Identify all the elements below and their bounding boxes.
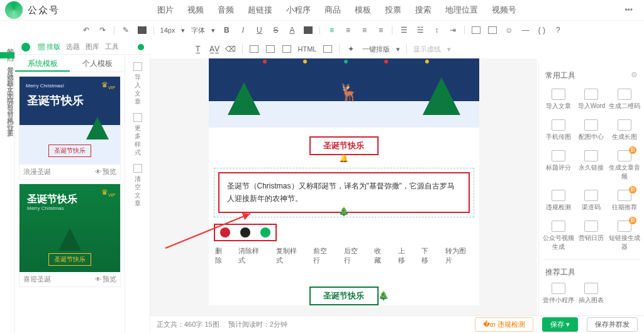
- tool-公众号视频生成[interactable]: 公众号视频生成: [543, 218, 574, 254]
- heading-icon[interactable]: T̲: [193, 44, 203, 54]
- box1-icon[interactable]: [250, 45, 258, 53]
- tool-渠道码[interactable]: 渠道码: [575, 187, 607, 214]
- tool-生成文章音频[interactable]: 生成文章音频新: [609, 148, 640, 183]
- color-red[interactable]: [220, 227, 230, 237]
- tool-营销日历[interactable]: 营销日历: [575, 218, 607, 254]
- more-icon[interactable]: •••: [613, 6, 644, 14]
- undo-icon[interactable]: ↶: [81, 25, 91, 35]
- tool-导入Word[interactable]: 导入Word: [575, 86, 607, 113]
- insert-图片[interactable]: 图片: [157, 4, 174, 16]
- op-后空行[interactable]: 后空行: [344, 246, 365, 265]
- align-justify-icon[interactable]: ≡: [375, 25, 386, 35]
- tool-短链接生成器[interactable]: 短链接生成器新: [609, 218, 640, 254]
- sidetool-导入文章[interactable]: 导入文章: [125, 58, 150, 109]
- code-icon[interactable]: ( ): [536, 25, 547, 35]
- template-card[interactable]: Merry Christmas!♛VIP圣诞节快乐圣诞节快乐浪漫圣诞预览: [19, 76, 121, 180]
- strike-icon[interactable]: S: [270, 25, 280, 35]
- sidetool-更多样式[interactable]: 更多样式: [125, 109, 150, 160]
- insert-超链接[interactable]: 超链接: [248, 4, 272, 16]
- editor-canvas[interactable]: 🦌 圣诞节快乐 圣诞节（Christmas）又称耶诞节，译名为"基督弥撒"，它源…: [150, 58, 537, 315]
- image-icon[interactable]: [488, 26, 497, 34]
- preview-link[interactable]: 预览: [95, 167, 116, 177]
- paragraph-box[interactable]: 圣诞节（Christmas）又称耶诞节，译名为"基督弥撒"，它源自古罗马人迎接新…: [218, 172, 470, 213]
- bold-icon[interactable]: B: [221, 25, 231, 35]
- indent-icon[interactable]: ⇥: [448, 25, 458, 35]
- show-grid[interactable]: 显示虚线: [413, 45, 441, 54]
- mode-工具[interactable]: 工具: [105, 43, 119, 50]
- rail-标题[interactable]: 标题: [0, 71, 14, 77]
- tab-system-templates[interactable]: 系统模板: [15, 55, 70, 72]
- op-复制样式[interactable]: 复制样式: [276, 246, 303, 265]
- rail-我的[interactable]: 我的: [0, 40, 14, 46]
- color-picker-row[interactable]: [214, 224, 277, 241]
- tool-插入图表[interactable]: 插入图表: [575, 280, 607, 307]
- link-icon[interactable]: —: [520, 25, 530, 35]
- rail-行业[interactable]: 行业: [0, 115, 14, 121]
- preview-link[interactable]: 预览: [95, 275, 116, 284]
- template-card[interactable]: Merry Christmas♛VIP圣诞节快乐圣诞节快乐喜迎圣诞预览: [19, 183, 121, 287]
- box4-icon[interactable]: [323, 45, 332, 53]
- fontcolor-icon[interactable]: A: [287, 25, 297, 35]
- selected-block[interactable]: 圣诞节（Christmas）又称耶诞节，译名为"基督弥撒"，它源自古罗马人迎接新…: [214, 168, 474, 217]
- rail-模板[interactable]: 模板: [0, 52, 14, 58]
- align-left-icon[interactable]: ≡: [326, 25, 336, 35]
- list-ul-icon[interactable]: ☰: [399, 25, 409, 35]
- insert-搜索[interactable]: 搜索: [415, 4, 431, 16]
- insert-模板[interactable]: 模板: [355, 4, 371, 16]
- rail-图文[interactable]: 图文: [0, 84, 14, 90]
- bgcolor-icon[interactable]: [304, 26, 313, 34]
- rail-背景[interactable]: 背景: [0, 58, 14, 65]
- rail-风格[interactable]: 风格: [0, 109, 14, 115]
- box3-icon[interactable]: [282, 45, 291, 53]
- rail-更多[interactable]: 更多: [0, 121, 14, 128]
- tool-生成长图[interactable]: 生成长图: [609, 117, 640, 144]
- tool-违规检测[interactable]: 违规检测: [543, 187, 574, 214]
- violation-check-button[interactable]: �თ 违规检测: [475, 317, 533, 332]
- rail-引导[interactable]: 引导: [0, 96, 14, 102]
- html-icon[interactable]: HTML: [298, 45, 317, 53]
- op-下移[interactable]: 下移: [421, 246, 435, 265]
- mode-图库[interactable]: 图库: [86, 43, 101, 50]
- insert-音频[interactable]: 音频: [218, 4, 234, 16]
- op-前空行[interactable]: 前空行: [313, 246, 334, 265]
- op-上移[interactable]: 上移: [398, 246, 412, 265]
- rail-分隔[interactable]: 分隔: [0, 90, 14, 96]
- insert-视频号[interactable]: 视频号: [492, 4, 516, 16]
- gear-icon[interactable]: ⚙: [631, 70, 638, 81]
- italic-icon[interactable]: I: [238, 25, 248, 35]
- save-button[interactable]: 保存 ▾: [542, 317, 578, 332]
- help-icon[interactable]: ?: [553, 25, 563, 35]
- underline-icon[interactable]: U: [254, 25, 264, 35]
- tool-往期推荐[interactable]: 往期推荐新: [609, 187, 640, 214]
- op-转为图片[interactable]: 转为图片: [445, 246, 472, 265]
- rail-节日[interactable]: 节日: [0, 102, 14, 109]
- tool-永久链接[interactable]: 永久链接: [575, 148, 607, 183]
- fontsize-select[interactable]: 14px: [160, 26, 175, 34]
- insert-商品[interactable]: 商品: [325, 4, 341, 16]
- op-删除[interactable]: 删除: [215, 246, 229, 265]
- tool-导入文章[interactable]: 导入文章: [543, 86, 574, 113]
- insert-投票[interactable]: 投票: [385, 4, 401, 16]
- tool-壹伴小程序[interactable]: 壹伴小程序: [543, 280, 574, 307]
- align-center-icon[interactable]: ≡: [343, 25, 353, 35]
- op-清除样式[interactable]: 清除样式: [238, 246, 265, 265]
- mode-选题[interactable]: 选题: [66, 43, 82, 50]
- color-fill-icon[interactable]: [138, 26, 147, 34]
- tool-配图中心[interactable]: 配图中心: [575, 117, 607, 144]
- tool-手机传图[interactable]: 手机传图: [543, 117, 574, 144]
- emoji-icon[interactable]: ☺: [504, 25, 514, 35]
- align-right-icon[interactable]: ≡: [359, 25, 369, 35]
- title-badge-green[interactable]: 圣诞节快乐🎄: [309, 287, 379, 305]
- fontfamily-select[interactable]: 字体: [191, 26, 205, 35]
- rail-热门[interactable]: 热门: [0, 46, 14, 52]
- lineheight-icon[interactable]: ↕: [431, 25, 441, 35]
- color-black[interactable]: [240, 227, 250, 237]
- wand-icon[interactable]: ✦: [346, 44, 356, 54]
- op-收藏[interactable]: 收藏: [374, 246, 388, 265]
- list-ol-icon[interactable]: ☱: [415, 25, 425, 35]
- tool-生成二维码[interactable]: 生成二维码: [609, 86, 640, 113]
- onekey-layout[interactable]: 一键排版: [362, 45, 390, 54]
- box2-icon[interactable]: [266, 45, 275, 53]
- save-publish-button[interactable]: 保存并群发: [587, 317, 638, 332]
- spacing-icon[interactable]: A̲V̲: [209, 44, 219, 54]
